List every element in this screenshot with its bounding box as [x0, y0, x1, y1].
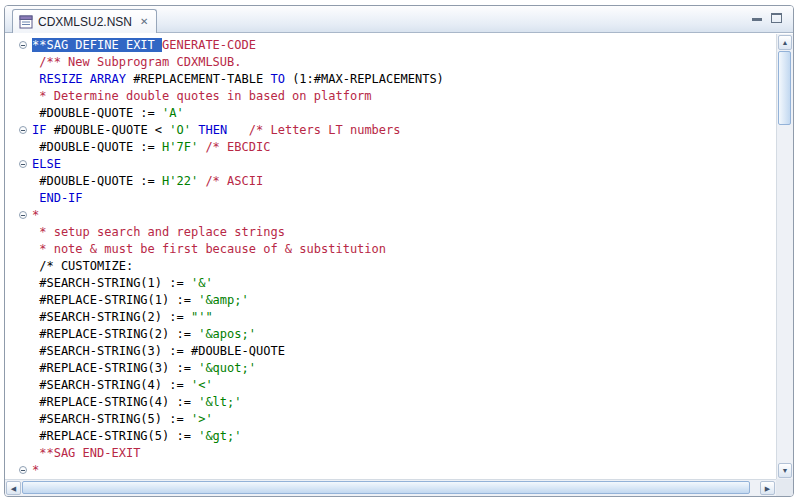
code-segment: #SEARCH-STRING(2) :=	[32, 310, 191, 324]
code-line[interactable]: ELSE	[32, 156, 775, 173]
code-segment: '<'	[191, 378, 213, 392]
code-line[interactable]: #REPLACE-STRING(4) := '&lt;'	[32, 394, 775, 411]
scrollbar-corner	[776, 479, 793, 496]
horizontal-scroll-thumb[interactable]	[22, 481, 750, 494]
code-line[interactable]: #SEARCH-STRING(4) := '<'	[32, 377, 775, 394]
gutter-row	[6, 309, 30, 326]
code-line[interactable]: **SAG DEFINE EXIT GENERATE-CODE	[32, 37, 775, 54]
code-line[interactable]: IF #DOUBLE-QUOTE < 'O' THEN /* Letters L…	[32, 122, 775, 139]
code-segment: #SEARCH-STRING(5) :=	[32, 412, 191, 426]
code-line[interactable]: #DOUBLE-QUOTE := 'A'	[32, 105, 775, 122]
vertical-scroll-thumb[interactable]	[778, 51, 791, 125]
gutter-row	[6, 411, 30, 428]
code-segment: RESIZE ARRAY	[39, 72, 133, 86]
gutter-row	[6, 445, 30, 462]
code-line[interactable]: #DOUBLE-QUOTE := H'7F' /* EBCDIC	[32, 139, 775, 156]
gutter-row	[6, 122, 30, 139]
code-segment: #REPLACEMENT-TABLE	[133, 72, 270, 86]
editor-window: CDXMLSU2.NSN ✕ **SAG DEFINE EXIT GENERAT…	[4, 5, 794, 497]
code-segment: 'O'	[169, 123, 191, 137]
code-segment: #REPLACE-STRING(4) :=	[32, 395, 198, 409]
gutter-row	[6, 88, 30, 105]
gutter-row	[6, 292, 30, 309]
maximize-icon[interactable]	[771, 13, 782, 23]
code-line[interactable]: *	[32, 207, 775, 224]
code-segment: #DOUBLE-QUOTE :=	[32, 106, 162, 120]
window-buttons	[752, 13, 782, 23]
gutter-row	[6, 360, 30, 377]
code-segment: #REPLACE-STRING(1) :=	[32, 293, 198, 307]
gutter-row	[6, 394, 30, 411]
code-segment: '&quot;'	[198, 361, 256, 375]
code-segment: #SEARCH-STRING(4) :=	[32, 378, 191, 392]
code-segment: (1:#MAX-REPLACEMENTS)	[292, 72, 444, 86]
code-segment: THEN	[198, 123, 227, 137]
code-segment: ELSE	[32, 157, 61, 171]
fold-collapse-icon[interactable]	[19, 160, 27, 168]
gutter-row	[6, 71, 30, 88]
code-line[interactable]: /* CUSTOMIZE:	[32, 258, 775, 275]
fold-gutter	[6, 34, 30, 479]
code-segment: "'"	[191, 310, 213, 324]
minimize-icon[interactable]	[752, 18, 762, 21]
code-line[interactable]: #SEARCH-STRING(1) := '&'	[32, 275, 775, 292]
code-line[interactable]: #SEARCH-STRING(3) := #DOUBLE-QUOTE	[32, 343, 775, 360]
scroll-right-button[interactable]: ▶	[760, 481, 775, 495]
scroll-left-button[interactable]: ◀	[6, 481, 21, 495]
code-segment: *	[32, 208, 39, 222]
code-segment: /* EBCDIC	[198, 140, 270, 154]
code-line[interactable]: RESIZE ARRAY #REPLACEMENT-TABLE TO (1:#M…	[32, 71, 775, 88]
gutter-row	[6, 241, 30, 258]
gutter-row	[6, 139, 30, 156]
gutter-row	[6, 377, 30, 394]
code-line[interactable]: * note & must be first because of & subs…	[32, 241, 775, 258]
code-segment: '>'	[191, 412, 213, 426]
code-line[interactable]: #REPLACE-STRING(1) := '&amp;'	[32, 292, 775, 309]
code-line[interactable]: END-IF	[32, 190, 775, 207]
horizontal-scrollbar[interactable]: ◀ ▶	[5, 479, 776, 496]
code-line[interactable]: /** New Subprogram CDXMLSUB.	[32, 54, 775, 71]
code-line[interactable]: #REPLACE-STRING(5) := '&gt;'	[32, 428, 775, 445]
gutter-row	[6, 326, 30, 343]
gutter-row	[6, 37, 30, 54]
code-segment: H'7F'	[162, 140, 198, 154]
fold-collapse-icon[interactable]	[19, 41, 27, 49]
vertical-scrollbar[interactable]: ▲ ▼	[776, 34, 793, 479]
gutter-row	[6, 173, 30, 190]
gutter-row	[6, 428, 30, 445]
gutter-row	[6, 224, 30, 241]
code-segment: * Determine double quotes in based on pl…	[32, 89, 372, 103]
gutter-row	[6, 343, 30, 360]
code-line[interactable]: * Determine double quotes in based on pl…	[32, 88, 775, 105]
close-tab-icon[interactable]: ✕	[140, 17, 148, 27]
scroll-up-button[interactable]: ▲	[778, 35, 792, 50]
code-line[interactable]: #SEARCH-STRING(5) := '>'	[32, 411, 775, 428]
scroll-down-button[interactable]: ▼	[778, 463, 792, 478]
code-line[interactable]: #REPLACE-STRING(2) := '&apos;'	[32, 326, 775, 343]
fold-collapse-icon[interactable]	[19, 126, 27, 134]
code-segment: *	[32, 463, 39, 477]
fold-collapse-icon[interactable]	[19, 466, 27, 474]
code-line[interactable]: #REPLACE-STRING(3) := '&quot;'	[32, 360, 775, 377]
code-segment: /* ASCII	[198, 174, 263, 188]
code-segment: * setup search and replace strings	[32, 225, 285, 239]
code-segment: #DOUBLE-QUOTE :=	[32, 140, 162, 154]
code-segment: GENERATE-CODE	[162, 38, 256, 52]
code-segment: #DOUBLE-QUOTE <	[54, 123, 170, 137]
code-lines[interactable]: **SAG DEFINE EXIT GENERATE-CODE /** New …	[30, 34, 775, 479]
fold-collapse-icon[interactable]	[19, 211, 27, 219]
code-line[interactable]: *	[32, 462, 775, 479]
code-line[interactable]: * setup search and replace strings	[32, 224, 775, 241]
code-segment: #REPLACE-STRING(2) :=	[32, 327, 198, 341]
tab-cdxmlsu2[interactable]: CDXMLSU2.NSN ✕	[12, 9, 157, 33]
code-segment: #SEARCH-STRING(3) := #DOUBLE-QUOTE	[32, 344, 285, 358]
code-line[interactable]: #DOUBLE-QUOTE := H'22' /* ASCII	[32, 173, 775, 190]
code-segment: **SAG END-EXIT	[32, 446, 140, 460]
gutter-row	[6, 258, 30, 275]
gutter-row	[6, 105, 30, 122]
code-line[interactable]: **SAG END-EXIT	[32, 445, 775, 462]
code-segment: '&'	[191, 276, 213, 290]
code-segment: #REPLACE-STRING(3) :=	[32, 361, 198, 375]
scroll-up-icon: ▲	[782, 39, 789, 46]
code-line[interactable]: #SEARCH-STRING(2) := "'"	[32, 309, 775, 326]
